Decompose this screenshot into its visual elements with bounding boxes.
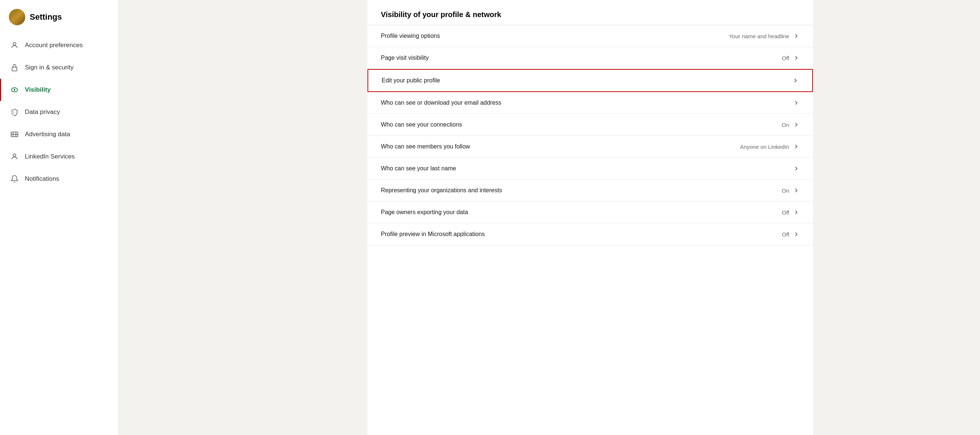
settings-item-label: Page visit visibility: [381, 54, 429, 61]
settings-item-representing-organizations[interactable]: Representing your organizations and inte…: [368, 179, 813, 202]
sidebar-header: Settings: [0, 9, 118, 34]
sidebar-item-sign-in-security[interactable]: Sign in & security: [0, 56, 118, 79]
settings-item-value: On: [782, 122, 789, 128]
settings-item-left: Who can see or download your email addre…: [381, 100, 501, 106]
content-panel: Visibility of your profile & network Pro…: [368, 0, 813, 435]
sidebar-item-visibility[interactable]: Visibility: [0, 79, 118, 101]
sidebar-item-label: Sign in & security: [25, 64, 73, 71]
sidebar: Settings Account preferences Sign in & s…: [0, 0, 119, 435]
settings-item-right: On: [782, 121, 800, 128]
chevron-right-icon: [793, 231, 800, 238]
chevron-right-icon: [793, 143, 800, 150]
sidebar-item-notifications[interactable]: Notifications: [0, 168, 118, 190]
ad-icon: [10, 130, 19, 139]
svg-point-0: [13, 43, 16, 45]
settings-item-right: [789, 100, 800, 106]
sidebar-item-label: Data privacy: [25, 108, 60, 116]
sidebar-item-label: Notifications: [25, 175, 59, 183]
chevron-right-icon: [793, 187, 800, 194]
sidebar-item-account-preferences[interactable]: Account preferences: [0, 34, 118, 56]
avatar-image: [9, 9, 25, 25]
settings-item-left: Page visit visibility: [381, 54, 429, 61]
settings-item-left: Page owners exporting your data: [381, 209, 468, 216]
svg-point-3: [14, 89, 16, 91]
settings-item-right: Your name and headline: [729, 33, 800, 39]
app-title: Settings: [30, 12, 62, 22]
svg-point-8: [13, 154, 16, 157]
chevron-right-icon: [793, 54, 800, 61]
chevron-right-icon: [793, 209, 800, 216]
settings-item-left: Profile viewing options: [381, 33, 440, 39]
sidebar-item-label: Visibility: [25, 86, 51, 94]
settings-item-who-can-see-members-follow[interactable]: Who can see members you follow Anyone on…: [368, 136, 813, 158]
sidebar-item-advertising-data[interactable]: Advertising data: [0, 123, 118, 146]
settings-item-who-can-see-connections[interactable]: Who can see your connections On: [368, 114, 813, 136]
sidebar-item-label: Account preferences: [25, 41, 83, 49]
eye-icon: [10, 86, 19, 94]
settings-item-profile-preview-microsoft[interactable]: Profile preview in Microsoft application…: [368, 224, 813, 245]
settings-item-value: Off: [782, 231, 789, 238]
settings-item-profile-viewing-options[interactable]: Profile viewing options Your name and he…: [368, 25, 813, 47]
settings-item-value: Off: [782, 55, 789, 61]
chevron-right-icon: [793, 121, 800, 128]
sidebar-item-linkedin-services[interactable]: LinkedIn Services: [0, 146, 118, 168]
settings-item-left: Profile preview in Microsoft application…: [381, 231, 485, 238]
settings-item-label: Who can see members you follow: [381, 143, 470, 150]
sidebar-nav: Account preferences Sign in & security V…: [0, 34, 118, 190]
settings-item-right: On: [782, 187, 800, 194]
settings-item-label: Page owners exporting your data: [381, 209, 468, 216]
settings-item-left: Edit your public profile: [382, 77, 440, 84]
settings-item-page-visit-visibility[interactable]: Page visit visibility Off: [368, 47, 813, 69]
settings-item-right: Anyone on LinkedIn: [740, 143, 800, 150]
settings-item-value: On: [782, 187, 789, 194]
chevron-right-icon: [793, 33, 800, 39]
settings-item-left: Representing your organizations and inte…: [381, 187, 502, 194]
avatar: [9, 9, 25, 25]
settings-list: Profile viewing options Your name and he…: [368, 25, 813, 245]
main-content: Visibility of your profile & network Pro…: [200, 0, 980, 435]
settings-item-who-can-see-email[interactable]: Who can see or download your email addre…: [368, 92, 813, 114]
chevron-right-icon: [792, 77, 799, 84]
settings-item-left: Who can see your connections: [381, 121, 462, 128]
sidebar-item-data-privacy[interactable]: Data privacy: [0, 101, 118, 123]
section-title: Visibility of your profile & network: [368, 0, 813, 25]
shield-icon: [10, 108, 19, 116]
settings-item-left: Who can see members you follow: [381, 143, 470, 150]
settings-item-value: Your name and headline: [729, 33, 789, 39]
person-icon: [10, 41, 19, 50]
settings-item-label: Who can see your connections: [381, 121, 462, 128]
sidebar-item-label: LinkedIn Services: [25, 153, 75, 160]
chevron-right-icon: [793, 100, 800, 106]
settings-item-right: [789, 165, 800, 172]
settings-item-label: Who can see or download your email addre…: [381, 100, 501, 106]
settings-item-value: Anyone on LinkedIn: [740, 144, 789, 150]
settings-item-label: Who can see your last name: [381, 165, 456, 172]
settings-item-value: Off: [782, 210, 789, 216]
settings-item-right: Off: [782, 209, 800, 216]
lock-icon: [10, 63, 19, 72]
settings-item-who-can-see-last-name[interactable]: Who can see your last name: [368, 158, 813, 179]
settings-item-right: [789, 77, 799, 84]
settings-item-right: Off: [782, 54, 800, 61]
settings-item-label: Representing your organizations and inte…: [381, 187, 502, 194]
chevron-right-icon: [793, 165, 800, 172]
settings-item-left: Who can see your last name: [381, 165, 456, 172]
sidebar-item-label: Advertising data: [25, 131, 70, 138]
svg-rect-1: [12, 67, 17, 71]
person2-icon: [10, 152, 19, 161]
bell-icon: [10, 175, 19, 183]
middle-column: [119, 0, 200, 435]
settings-item-edit-public-profile[interactable]: Edit your public profile: [368, 69, 813, 92]
settings-item-right: Off: [782, 231, 800, 238]
settings-item-label: Profile preview in Microsoft application…: [381, 231, 485, 238]
settings-item-label: Edit your public profile: [382, 77, 440, 84]
settings-item-page-owners-exporting[interactable]: Page owners exporting your data Off: [368, 202, 813, 224]
settings-item-label: Profile viewing options: [381, 33, 440, 39]
